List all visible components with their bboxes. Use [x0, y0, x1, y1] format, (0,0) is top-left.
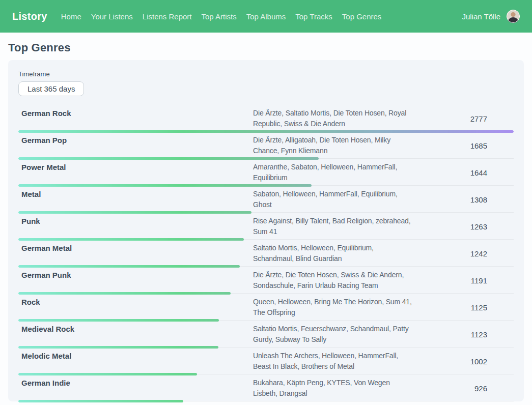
- nav-link-top-artists[interactable]: Top Artists: [202, 12, 237, 21]
- genre-count: 1263: [412, 222, 514, 231]
- genre-artists: Amaranthe, Sabaton, Helloween, HammerFal…: [253, 162, 412, 183]
- nav-link-top-tracks[interactable]: Top Tracks: [295, 12, 332, 21]
- main-content: Top Genres Timeframe Last 365 days Germa…: [0, 41, 532, 401]
- genre-artists: Saltatio Mortis, Helloween, Equilibrium,…: [253, 243, 412, 264]
- genre-count: 1308: [412, 195, 514, 204]
- nav-link-top-albums[interactable]: Top Albums: [246, 12, 286, 21]
- genre-name: Punk: [18, 216, 253, 226]
- genre-row: German Pop Die Ärzte, Alligatoah, Die To…: [18, 132, 514, 159]
- navbar: Listory HomeYour ListensListens ReportTo…: [0, 0, 532, 33]
- genre-row: Metal Sabaton, Helloween, HammerFall, Eq…: [18, 186, 514, 213]
- genre-name: Melodic Metal: [18, 351, 253, 361]
- genre-row: German Metal Saltatio Mortis, Helloween,…: [18, 240, 514, 267]
- timeframe-select[interactable]: Last 365 days: [18, 81, 84, 96]
- genre-bar: [18, 400, 183, 402]
- genre-artists: Unleash The Archers, Helloween, HammerFa…: [253, 351, 412, 372]
- genre-name: German Indie: [18, 378, 253, 388]
- genre-bar-fill: [18, 400, 183, 402]
- genre-artists: Bukahara, Käptn Peng, KYTES, Von Wegen L…: [253, 378, 412, 399]
- navbar-user[interactable]: Julian Tölle: [462, 10, 520, 23]
- nav-link-your-listens[interactable]: Your Listens: [91, 12, 133, 21]
- genre-row: Medieval Rock Saltatio Mortis, Feuerschw…: [18, 321, 514, 348]
- genre-count: 2777: [412, 114, 514, 123]
- genre-artists: Die Ärzte, Die Toten Hosen, Swiss & Die …: [253, 270, 412, 291]
- genre-artists: Die Ärzte, Alligatoah, Die Toten Hosen, …: [253, 135, 412, 156]
- genre-row: German Punk Die Ärzte, Die Toten Hosen, …: [18, 267, 514, 294]
- top-genres-card: Timeframe Last 365 days German Rock Die …: [8, 60, 524, 401]
- genre-row: Rock Queen, Helloween, Bring Me The Hori…: [18, 294, 514, 321]
- genre-row: German Indie Bukahara, Käptn Peng, KYTES…: [18, 374, 514, 401]
- nav-link-listens-report[interactable]: Listens Report: [143, 12, 192, 21]
- genre-count: 926: [412, 384, 514, 393]
- genre-count: 1644: [412, 168, 514, 177]
- genre-count: 1242: [412, 249, 514, 258]
- genre-artists: Queen, Helloween, Bring Me The Horizon, …: [253, 297, 412, 318]
- brand-logo[interactable]: Listory: [12, 11, 47, 22]
- genre-name: German Pop: [18, 135, 253, 146]
- genre-artists: Rise Against, Billy Talent, Bad Religion…: [253, 216, 412, 237]
- genre-count: 1685: [412, 141, 514, 150]
- genre-artists: Die Ärzte, Saltatio Mortis, Die Toten Ho…: [253, 108, 412, 129]
- genre-count: 1191: [412, 276, 514, 285]
- genre-name: German Metal: [18, 243, 253, 253]
- nav-links: HomeYour ListensListens ReportTop Artist…: [61, 12, 382, 21]
- timeframe-label: Timeframe: [18, 70, 514, 78]
- genre-row: German Rock Die Ärzte, Saltatio Mortis, …: [18, 105, 514, 132]
- user-avatar[interactable]: [507, 10, 520, 23]
- genre-count: 1002: [412, 357, 514, 366]
- genre-artists: Sabaton, Helloween, HammerFall, Equilibr…: [253, 189, 412, 210]
- genres-table: German Rock Die Ärzte, Saltatio Mortis, …: [18, 105, 514, 401]
- genre-name: German Punk: [18, 270, 253, 280]
- genre-name: Power Metal: [18, 162, 253, 172]
- genre-name: German Rock: [18, 108, 253, 119]
- avatar-photo: [507, 10, 520, 23]
- genre-count: 1125: [412, 303, 514, 312]
- genre-row: Melodic Metal Unleash The Archers, Hello…: [18, 348, 514, 374]
- nav-link-home[interactable]: Home: [61, 12, 81, 21]
- genre-count: 1123: [412, 330, 514, 339]
- genre-name: Rock: [18, 297, 253, 307]
- nav-link-top-genres[interactable]: Top Genres: [342, 12, 382, 21]
- genre-name: Metal: [18, 189, 253, 199]
- timeframe-filter: Timeframe Last 365 days: [18, 70, 514, 96]
- genre-name: Medieval Rock: [18, 324, 253, 334]
- genre-row: Power Metal Amaranthe, Sabaton, Hellowee…: [18, 159, 514, 186]
- user-name: Julian Tölle: [462, 12, 500, 21]
- page-title: Top Genres: [8, 41, 524, 54]
- genre-artists: Saltatio Mortis, Feuerschwanz, Schandmau…: [253, 324, 412, 345]
- genre-row: Punk Rise Against, Billy Talent, Bad Rel…: [18, 213, 514, 240]
